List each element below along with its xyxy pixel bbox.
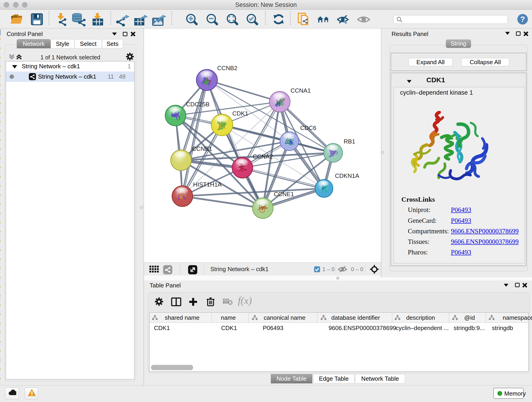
svg-text:CCNA1: CCNA1 — [291, 87, 311, 94]
svg-text:CCNB1: CCNB1 — [192, 145, 212, 152]
svg-text:?: ? — [520, 15, 525, 23]
svg-text:CDC25B: CDC25B — [186, 101, 210, 108]
svg-text:CCNE1: CCNE1 — [274, 191, 294, 198]
svg-text:CDC6: CDC6 — [300, 124, 317, 131]
svg-text:RB1: RB1 — [344, 138, 355, 145]
svg-text:CCNA2: CCNA2 — [253, 153, 273, 160]
svg-text:CCNB2: CCNB2 — [217, 65, 237, 71]
svg-text:HIST1H1A: HIST1H1A — [193, 181, 222, 188]
svg-text:CDK1: CDK1 — [232, 110, 248, 117]
svg-text:CDKN1A: CDKN1A — [335, 172, 359, 179]
